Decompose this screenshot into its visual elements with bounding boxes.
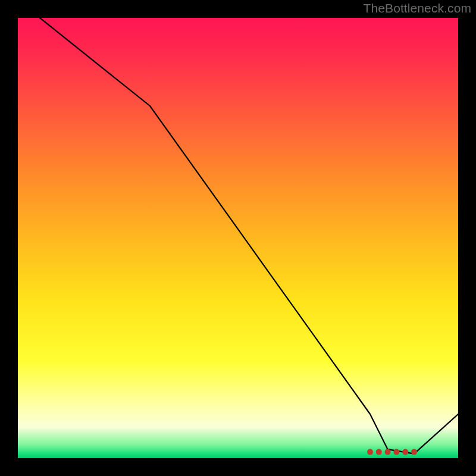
- bottleneck-curve: [18, 18, 458, 454]
- data-marker: [385, 449, 391, 455]
- data-marker: [376, 449, 382, 455]
- data-marker: [367, 449, 373, 455]
- data-marker: [402, 449, 408, 455]
- attribution-text: TheBottleneck.com: [364, 1, 471, 15]
- chart-frame: TheBottleneck.com: [0, 0, 476, 476]
- data-marker: [411, 449, 417, 455]
- chart-svg: [18, 18, 458, 458]
- plot-area: [18, 18, 458, 458]
- data-marker: [393, 449, 399, 455]
